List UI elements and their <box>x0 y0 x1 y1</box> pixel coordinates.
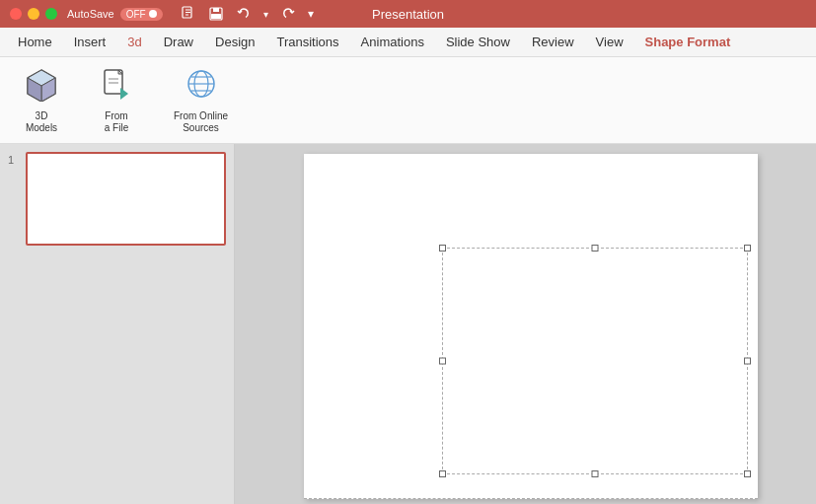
menu-transitions[interactable]: Transitions <box>266 31 348 53</box>
more-button[interactable]: ▾ <box>304 5 318 23</box>
svg-rect-5 <box>213 8 219 12</box>
ribbon: 3DModels Froma File From OnlineSources <box>0 57 816 144</box>
3d-cube-icon <box>24 66 59 107</box>
file-icon-button[interactable] <box>177 4 200 24</box>
canvas-area[interactable] <box>235 144 816 504</box>
menu-shapeformat[interactable]: Shape Format <box>635 31 741 53</box>
toolbar-icons: ▾ ▾ <box>177 4 318 24</box>
minimize-button[interactable] <box>28 8 39 20</box>
menu-insert[interactable]: Insert <box>64 31 116 53</box>
3d-models-button[interactable]: 3DModels <box>16 62 67 138</box>
title-bar: AutoSave OFF ▾ <box>0 0 816 28</box>
slide-item[interactable]: 1 <box>8 152 226 246</box>
slide-thumbnail[interactable] <box>26 152 226 246</box>
save-icon-button[interactable] <box>204 4 228 24</box>
menu-home[interactable]: Home <box>8 31 62 53</box>
handle-bottom-middle[interactable] <box>591 470 598 477</box>
handle-top-right[interactable] <box>744 245 751 252</box>
slide-number: 1 <box>8 154 20 166</box>
from-online-label: From OnlineSources <box>174 110 228 134</box>
slide-canvas[interactable] <box>304 154 758 499</box>
undo-dropdown-button[interactable]: ▾ <box>260 7 272 22</box>
autosave-label: AutoSave <box>67 8 114 20</box>
menu-view[interactable]: View <box>586 31 633 53</box>
toggle-dot-icon <box>149 10 157 18</box>
menu-animations[interactable]: Animations <box>351 31 434 53</box>
undo-button[interactable] <box>232 4 256 24</box>
autosave-toggle[interactable]: OFF <box>120 8 163 21</box>
handle-bottom-left[interactable] <box>439 470 446 477</box>
from-online-icon <box>184 66 219 107</box>
from-file-button[interactable]: Froma File <box>91 62 142 138</box>
from-online-button[interactable]: From OnlineSources <box>166 62 236 138</box>
window-title: Presentation <box>372 7 444 22</box>
handle-top-left[interactable] <box>439 245 446 252</box>
menu-review[interactable]: Review <box>522 31 584 53</box>
menu-slideshow[interactable]: Slide Show <box>436 31 520 53</box>
autosave-area: AutoSave OFF <box>67 8 163 21</box>
menu-bar: Home Insert 3d Draw Design Transitions A… <box>0 28 816 57</box>
svg-rect-6 <box>211 14 221 19</box>
handle-middle-right[interactable] <box>744 358 751 365</box>
svg-marker-15 <box>120 88 128 100</box>
maximize-button[interactable] <box>45 8 57 20</box>
handle-bottom-right[interactable] <box>744 470 751 477</box>
menu-3d[interactable]: 3d <box>117 31 151 53</box>
redo-button[interactable] <box>276 4 300 24</box>
3d-models-label: 3DModels <box>26 110 57 134</box>
close-button[interactable] <box>10 8 22 20</box>
from-file-icon <box>99 66 134 107</box>
window-controls[interactable] <box>10 8 57 20</box>
menu-draw[interactable]: Draw <box>154 31 203 53</box>
handle-top-middle[interactable] <box>591 245 598 252</box>
text-box-selection[interactable] <box>442 248 748 474</box>
autosave-state: OFF <box>126 9 146 20</box>
slide-panel: 1 <box>0 144 235 504</box>
menu-design[interactable]: Design <box>205 31 264 53</box>
main-content: 1 <box>0 144 816 504</box>
handle-middle-left[interactable] <box>439 358 446 365</box>
slide-bottom-edge <box>304 498 758 499</box>
from-file-label: Froma File <box>105 110 128 134</box>
